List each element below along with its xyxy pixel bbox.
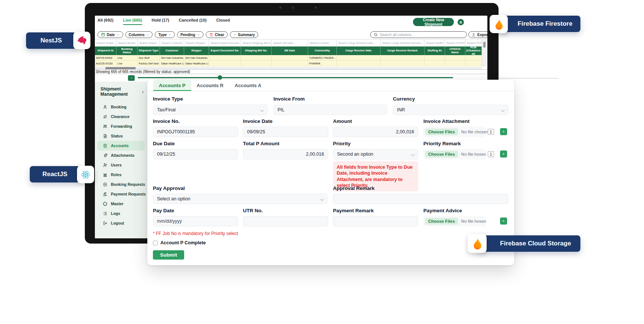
column-header-shipping-bill-no[interactable]: Shipping Bill No. (241, 47, 272, 55)
column-header-cfs-icd-name[interactable]: CFS/ICD Name (445, 47, 465, 55)
export-button[interactable]: Export (468, 31, 487, 38)
sidebar-item-attachments[interactable]: Attachments (97, 150, 145, 160)
sidebar-items: BookingClearanceForwardingStatusAccounts… (95, 102, 147, 228)
column-search-input-booking-status[interactable]: Search Bookir (116, 39, 138, 47)
column-header-export-document-no[interactable]: Export Document No. (209, 47, 241, 55)
date-filter-button[interactable]: Date (97, 31, 123, 38)
column-header-cargo-receive-date[interactable]: Cargo Receive Date (337, 47, 381, 55)
column-search-input-por-clearance-at[interactable]: Search POR (( (465, 39, 482, 47)
invoice-from-input[interactable]: PIL (273, 105, 387, 115)
vertical-scrollbar-thumb[interactable] (483, 42, 486, 48)
table-cell: PHARMA (308, 61, 337, 66)
table-cell (337, 55, 381, 61)
column-header-stuffing-at[interactable]: Stuffing At (424, 47, 445, 55)
column-search-input-sb-date[interactable]: Search SB Date... (272, 39, 308, 47)
user-avatar[interactable]: B (458, 19, 464, 25)
table-cell (337, 61, 381, 66)
table-cell: Live (116, 55, 138, 61)
desk-edge-line (499, 78, 559, 79)
payment-remark-input[interactable] (333, 216, 418, 226)
tab-all-692[interactable]: All (692) (97, 18, 113, 25)
column-search-input-cargo-receive-remark[interactable]: Search Cargo Receive Remark... (381, 39, 424, 47)
column-search-input-shipment-id[interactable]: Search Shipm (95, 39, 116, 47)
global-search-input[interactable]: Search all columns... (370, 31, 467, 38)
approval-remark-input[interactable] (333, 194, 508, 204)
add-attachment-button[interactable] (500, 128, 507, 135)
chevron-left-icon[interactable]: ‹ (142, 89, 144, 95)
sidebar-item-users[interactable]: Users (97, 160, 145, 170)
priority-select[interactable]: Second an option (333, 149, 418, 159)
tab-hold-17[interactable]: Hold (17) (152, 18, 169, 25)
sidebar-item-master[interactable]: Master (97, 199, 145, 209)
summary-button[interactable]: Summary (230, 31, 259, 38)
column-search-input-export-document-no[interactable]: Search Export Docume (209, 39, 241, 47)
tab-accounts-a[interactable]: Accounts A (229, 80, 267, 91)
pay-approval-select[interactable]: Select an option (153, 194, 327, 204)
attachment-count-stepper[interactable]: 1 (488, 129, 494, 135)
sidebar-item-status[interactable]: Status (97, 131, 145, 141)
invoice-no-input[interactable]: INPOGJT0001195 (153, 127, 238, 137)
pay-date-input[interactable]: mm/dd/yyyy (153, 216, 238, 226)
tab-accounts-r[interactable]: Accounts R (191, 80, 229, 91)
tab-accounts-p[interactable]: Accounts P (153, 80, 191, 91)
column-header-shipment-type[interactable]: Shipment Type (138, 47, 160, 55)
clear-filters-button[interactable]: Clear (206, 31, 228, 38)
amount-input[interactable]: 2,00,016 (333, 127, 418, 137)
tab-cancelled-10[interactable]: Cancelled (10) (179, 18, 207, 25)
vertical-scrollbar[interactable] (482, 39, 486, 66)
table-row-sep25-00093[interactable]: SEP25-00093LiveDoc StuffShri Hari Indust… (95, 55, 482, 61)
timeline-slider-handle[interactable] (218, 75, 222, 80)
add-attachment-button[interactable] (500, 150, 507, 158)
due-date-input[interactable]: 09/12/25 (153, 149, 238, 159)
add-attachment-button[interactable] (500, 217, 507, 225)
sidebar-item-payment-requests[interactable]: Payment Requests62 (97, 189, 145, 199)
type-filter-button[interactable]: Type (155, 31, 175, 38)
firebase-cloud-storage-label: Firebase Cloud Storage (500, 240, 571, 247)
invoice-type-select[interactable]: Tax/Final (153, 105, 267, 115)
column-search-input-shipper[interactable]: Search Shipper. (184, 39, 209, 47)
column-header-sb-date[interactable]: SB Date (272, 47, 308, 55)
column-search-input-shipping-bill-no[interactable]: Search Shipping Bill N (241, 39, 272, 47)
search-icon (374, 32, 378, 37)
columns-filter-button[interactable]: Columns (125, 31, 153, 38)
sidebar-item-accounts[interactable]: Accounts (97, 141, 145, 150)
column-header-booking-status[interactable]: Booking Status (116, 47, 138, 55)
invoice-date-input[interactable]: 09/09/25 (243, 127, 328, 137)
column-search-input-cargo-receive-date[interactable]: Search Cargo Receive Date... (337, 39, 381, 47)
account-p-complete-checkbox[interactable] (153, 241, 158, 245)
column-header-shipment-id[interactable]: Shipment Id (95, 47, 116, 55)
column-search-input-shipment-type[interactable]: Search Shipm (138, 39, 160, 47)
total-p-amount-input[interactable]: 2,00,016 (243, 149, 328, 159)
column-search-input-cfs-icd-name[interactable]: Search CFS/IC (445, 39, 465, 47)
column-header-customer[interactable]: Customer (160, 47, 184, 55)
column-header-commodity[interactable]: Commodity (308, 47, 337, 55)
sidebar-item-booking-requests[interactable]: Booking Requests (97, 180, 145, 189)
column-search-input-customer[interactable]: Search Custome (160, 39, 184, 47)
column-search-input-commodity[interactable]: Search Commo (308, 39, 337, 47)
choose-files-button[interactable]: Choose Files (425, 218, 458, 225)
sidebar-item-clearance[interactable]: Clearance (97, 112, 145, 121)
pending-filter-button[interactable]: Pending (177, 31, 203, 38)
column-header-shipper[interactable]: Shipper (184, 47, 209, 55)
submit-button[interactable]: Submit (153, 250, 184, 260)
sidebar-item-roles[interactable]: Roles (97, 170, 145, 180)
attachment-count-stepper[interactable]: 1 (488, 151, 494, 157)
sidebar-item-logs[interactable]: Logs (97, 209, 145, 218)
utr-no-input[interactable] (243, 216, 328, 226)
column-header-por-clearance-at[interactable]: POR (Clearance at) (465, 47, 482, 55)
choose-files-button[interactable]: Choose Files (425, 151, 458, 158)
sidebar-item-logout[interactable]: Logout (97, 218, 145, 228)
column-search-input-stuffing-at[interactable]: Search Stuffin (424, 39, 445, 47)
column-header-cargo-receive-remark[interactable]: Cargo Receive Remark (381, 47, 424, 55)
sidebar-item-forwarding[interactable]: Forwarding (97, 121, 145, 131)
timeline-slider[interactable] (138, 77, 453, 78)
table-row-aug25-00183[interactable]: AUG25-00183LiveFactory Self SealSakar He… (95, 61, 482, 66)
sidebar-item-booking[interactable]: Booking (97, 102, 145, 112)
tab-closed[interactable]: Closed (216, 18, 230, 25)
choose-files-button[interactable]: Choose Files (425, 128, 458, 135)
collapse-table-button[interactable] (128, 75, 135, 81)
tab-live-665[interactable]: Live (665) (123, 18, 142, 25)
create-new-shipment-button[interactable]: Create New Shipment (413, 18, 454, 26)
currency-select[interactable]: INR (393, 105, 508, 115)
camera-dot-icon (315, 7, 317, 9)
